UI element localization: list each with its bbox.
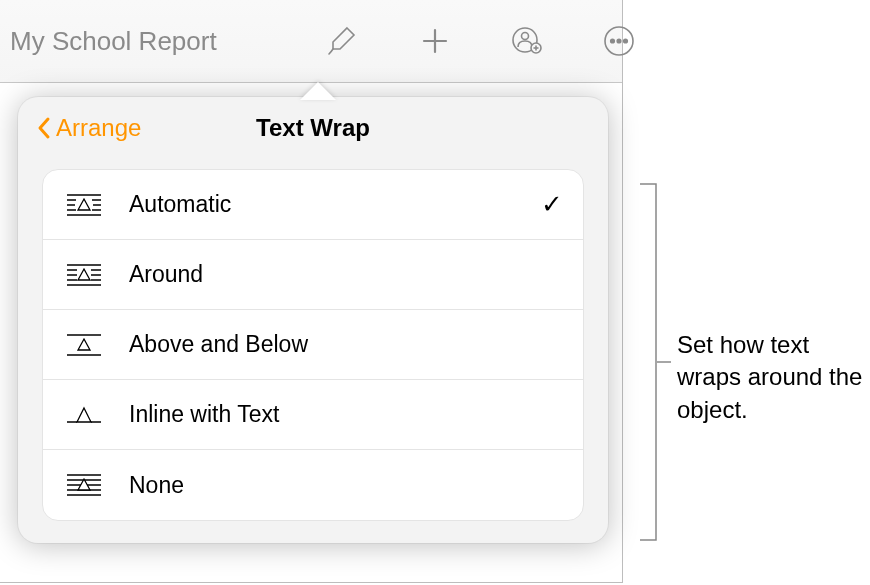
wrap-option-label: Inline with Text: [129, 401, 563, 428]
wrap-automatic-icon: [63, 190, 105, 220]
toolbar: My School Report: [0, 0, 622, 83]
back-button[interactable]: Arrange: [36, 97, 141, 159]
callout-bracket: [639, 183, 657, 541]
app-window: My School Report: [0, 0, 623, 583]
svg-marker-28: [78, 269, 90, 280]
document-title: My School Report: [10, 26, 217, 57]
wrap-option-label: Automatic: [129, 191, 541, 218]
popover-title: Text Wrap: [256, 114, 370, 142]
insert-plus-icon[interactable]: [417, 23, 453, 59]
wrap-option-label: Around: [129, 261, 563, 288]
wrap-option-around[interactable]: Around: [43, 240, 583, 310]
wrap-option-automatic[interactable]: Automatic ✓: [43, 170, 583, 240]
toolbar-icons: [325, 23, 637, 59]
svg-point-10: [623, 39, 627, 43]
text-wrap-popover: Arrange Text Wrap: [18, 97, 608, 543]
popover-arrow: [300, 81, 336, 99]
format-brush-icon[interactable]: [325, 23, 361, 59]
wrap-option-none[interactable]: None: [43, 450, 583, 520]
wrap-above-below-icon: [63, 330, 105, 360]
callout-text: Set how text wraps around the object.: [677, 329, 870, 426]
chevron-left-icon: [36, 116, 52, 140]
wrap-option-label: Above and Below: [129, 331, 563, 358]
svg-point-9: [617, 39, 621, 43]
wrap-option-above-below[interactable]: Above and Below: [43, 310, 583, 380]
wrap-option-inline[interactable]: Inline with Text: [43, 380, 583, 450]
wrap-options-list: Automatic ✓: [42, 169, 584, 521]
popover-header: Arrange Text Wrap: [18, 97, 608, 159]
callout-stub: [657, 361, 671, 363]
wrap-inline-icon: [63, 400, 105, 430]
collaborate-icon[interactable]: [509, 23, 545, 59]
more-icon[interactable]: [601, 23, 637, 59]
svg-point-3: [521, 33, 528, 40]
wrap-none-icon: [63, 470, 105, 500]
wrap-option-label: None: [129, 472, 563, 499]
svg-marker-19: [78, 199, 90, 210]
svg-marker-34: [77, 408, 91, 422]
back-label: Arrange: [56, 114, 141, 142]
checkmark-icon: ✓: [541, 189, 563, 220]
popover-container: Arrange Text Wrap: [18, 81, 608, 543]
svg-point-8: [610, 39, 614, 43]
wrap-around-icon: [63, 260, 105, 290]
svg-marker-31: [78, 339, 90, 350]
